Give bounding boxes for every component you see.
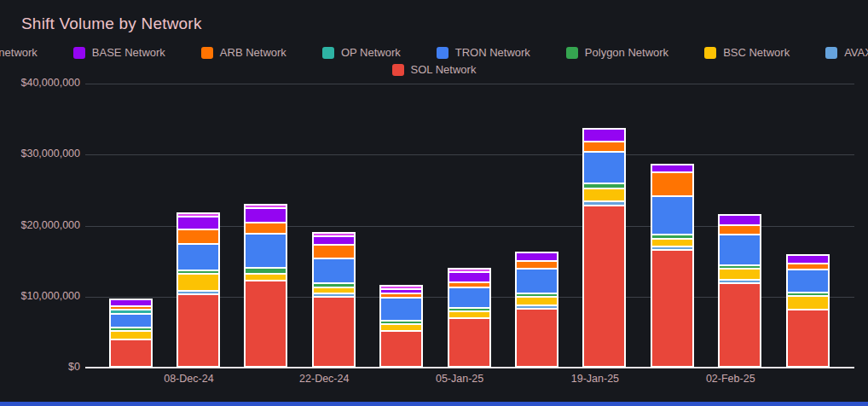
bar-segment-tron-network[interactable] (788, 270, 828, 292)
bar-segment-polygon-network[interactable] (788, 293, 828, 295)
bar-segment-polygon-network[interactable] (111, 328, 151, 330)
bar-segment-tron-network[interactable] (652, 197, 692, 234)
bar-29-Dec-24[interactable] (379, 285, 423, 368)
bar-segment-tron-network[interactable] (178, 245, 218, 270)
bar-segment-sol-network[interactable] (584, 206, 624, 366)
horizontal-scrollbar[interactable] (0, 402, 868, 406)
bar-segment-blast-network[interactable] (246, 206, 286, 207)
bar-segment-base-network[interactable] (178, 218, 218, 229)
bar-segment-polygon-network[interactable] (178, 271, 218, 273)
bar-segment-base-network[interactable] (652, 165, 692, 171)
legend-item-sol-network[interactable]: SOL Network (392, 63, 477, 76)
legend-item-blast-network[interactable]: Blast network (0, 46, 38, 59)
bar-segment-base-network[interactable] (517, 253, 557, 261)
bar-segment-base-network[interactable] (584, 130, 624, 141)
bar-segment-polygon-network[interactable] (314, 284, 354, 286)
bar-05-Jan-25[interactable] (448, 268, 491, 368)
bar-segment-arb-network[interactable] (314, 246, 354, 258)
bar-segment-tron-network[interactable] (246, 235, 286, 267)
bar-segment-blast-network[interactable] (449, 270, 489, 271)
bar-segment-sol-network[interactable] (314, 298, 354, 366)
bar-segment-avax-network[interactable] (720, 281, 760, 282)
bar-segment-bsc-network[interactable] (246, 275, 286, 280)
bar-segment-avax-network[interactable] (178, 292, 218, 293)
bar-01-Dec-24[interactable] (109, 299, 153, 368)
bar-segment-polygon-network[interactable] (517, 294, 557, 296)
legend-item-base-network[interactable]: BASE Network (73, 46, 165, 59)
bar-segment-avax-network[interactable] (584, 202, 624, 205)
bar-segment-polygon-network[interactable] (381, 322, 421, 323)
bar-segment-tron-network[interactable] (111, 315, 151, 327)
bar-segment-sol-network[interactable] (720, 284, 760, 366)
bar-02-Feb-25[interactable] (718, 214, 761, 368)
bar-segment-arb-network[interactable] (381, 294, 421, 298)
bar-15-Dec-24[interactable] (244, 204, 287, 368)
bar-segment-polygon-network[interactable] (246, 269, 286, 273)
bar-segment-base-network[interactable] (720, 216, 760, 223)
bar-segment-bsc-network[interactable] (584, 189, 624, 200)
bar-segment-polygon-network[interactable] (720, 266, 760, 268)
bar-segment-tron-network[interactable] (517, 270, 557, 292)
bar-08-Dec-24[interactable] (176, 212, 220, 368)
bar-segment-sol-network[interactable] (788, 310, 828, 366)
bar-segment-sol-network[interactable] (652, 251, 692, 366)
bar-segment-sol-network[interactable] (381, 332, 421, 366)
bar-segment-polygon-network[interactable] (584, 184, 624, 188)
bar-segment-tron-network[interactable] (449, 288, 489, 307)
bar-segment-bsc-network[interactable] (652, 240, 692, 246)
bar-segment-sol-network[interactable] (178, 295, 218, 366)
bar-09-Feb-25[interactable] (786, 254, 830, 368)
bar-segment-base-network[interactable] (449, 273, 489, 281)
legend-item-tron-network[interactable]: TRON Network (437, 46, 530, 59)
bar-segment-arb-network[interactable] (720, 226, 760, 234)
legend-item-polygon-network[interactable]: Polygon Network (566, 46, 668, 59)
bar-segment-base-network[interactable] (314, 237, 354, 244)
bar-segment-arb-network[interactable] (111, 307, 151, 309)
bar-12-Jan-25[interactable] (515, 252, 558, 368)
legend-item-avax-network[interactable]: AVAX Network (825, 46, 868, 59)
bar-segment-polygon-network[interactable] (652, 235, 692, 239)
bar-segment-polygon-network[interactable] (449, 309, 489, 310)
bar-segment-avax-network[interactable] (314, 294, 354, 296)
bar-segment-sol-network[interactable] (517, 310, 557, 366)
bar-26-Jan-25[interactable] (651, 164, 694, 368)
bar-segment-arb-network[interactable] (178, 230, 218, 243)
bar-segment-arb-network[interactable] (788, 264, 828, 269)
bar-segment-blast-network[interactable] (381, 287, 421, 288)
bar-segment-base-network[interactable] (381, 290, 421, 293)
bar-segment-op-network[interactable] (111, 310, 151, 313)
bar-segment-bsc-network[interactable] (449, 312, 489, 317)
bar-segment-tron-network[interactable] (584, 153, 624, 183)
bar-segment-sol-network[interactable] (449, 319, 489, 366)
bar-segment-base-network[interactable] (111, 300, 151, 305)
bar-segment-bsc-network[interactable] (720, 270, 760, 279)
bar-segment-arb-network[interactable] (652, 173, 692, 194)
bar-segment-bsc-network[interactable] (381, 325, 421, 329)
bar-segment-bsc-network[interactable] (314, 288, 354, 293)
bar-segment-arb-network[interactable] (246, 223, 286, 233)
bar-segment-base-network[interactable] (788, 256, 828, 262)
bar-segment-bsc-network[interactable] (178, 275, 218, 290)
bar-segment-tron-network[interactable] (381, 299, 421, 320)
bar-segment-blast-network[interactable] (178, 214, 218, 216)
bar-segment-tron-network[interactable] (314, 259, 354, 282)
bar-segment-blast-network[interactable] (314, 234, 354, 235)
bar-segment-bsc-network[interactable] (517, 298, 557, 304)
bar-segment-arb-network[interactable] (584, 142, 624, 151)
bar-segment-arb-network[interactable] (517, 262, 557, 268)
bar-segment-bsc-network[interactable] (111, 332, 151, 339)
bar-22-Dec-24[interactable] (312, 232, 356, 368)
bar-segment-avax-network[interactable] (652, 247, 692, 249)
legend-item-arb-network[interactable]: ARB Network (201, 46, 286, 59)
bar-segment-base-network[interactable] (246, 209, 286, 222)
bar-segment-sol-network[interactable] (111, 340, 151, 366)
bar-segment-arb-network[interactable] (449, 283, 489, 287)
bar-segment-avax-network[interactable] (517, 306, 557, 308)
bar-segment-sol-network[interactable] (246, 281, 286, 366)
bar-segment-tron-network[interactable] (720, 235, 760, 264)
legend-item-bsc-network[interactable]: BSC Network (704, 46, 790, 59)
legend-item-op-network[interactable]: OP Network (322, 46, 401, 59)
legend-label: TRON Network (455, 46, 530, 59)
bar-segment-bsc-network[interactable] (788, 297, 828, 308)
bar-19-Jan-25[interactable] (582, 128, 626, 368)
